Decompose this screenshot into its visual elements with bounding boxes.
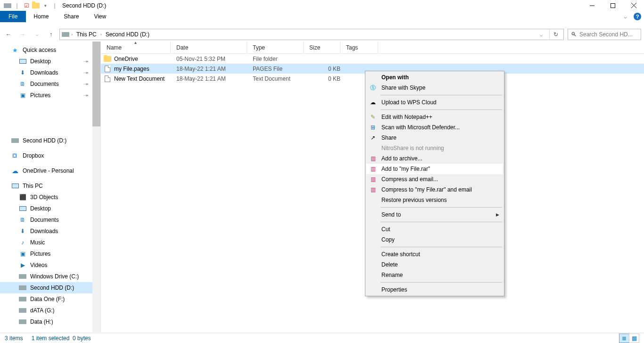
column-headers: ▲Name Date Type Size Tags — [101, 42, 644, 54]
ribbon-collapse-icon[interactable]: ⌵ — [619, 11, 631, 22]
tab-home[interactable]: Home — [26, 11, 56, 22]
shield-icon: ⊞ — [369, 124, 377, 131]
nav-drive-c[interactable]: Windows Drive (C:) — [0, 271, 92, 282]
qat-properties-icon[interactable]: ☑ — [23, 2, 30, 9]
nav-downloads2[interactable]: ⬇Downloads — [0, 226, 92, 237]
menu-share[interactable]: ↗Share — [366, 133, 503, 143]
file-icon — [104, 75, 111, 83]
status-items: 3 items — [5, 335, 23, 342]
col-type[interactable]: Type — [247, 42, 304, 53]
view-details-button[interactable]: ≣ — [619, 334, 629, 343]
nav-drive-h[interactable]: Data (H:) — [0, 316, 92, 327]
menu-compress-to-email[interactable]: ▥Compress to "my File.rar" and email — [366, 184, 503, 195]
up-button[interactable]: ↑ — [46, 30, 56, 39]
pin-icon: 📌︎ — [82, 69, 90, 76]
pictures-icon: ▣ — [19, 250, 26, 258]
documents-icon: 🗎 — [19, 80, 26, 88]
menu-send-to[interactable]: Send to▶ — [366, 209, 503, 220]
nav-music[interactable]: ♪Music — [0, 237, 92, 248]
close-button[interactable] — [623, 0, 644, 11]
menu-compress-email[interactable]: ▥Compress and email... — [366, 174, 503, 184]
breadcrumb[interactable]: Second HDD (D:) — [104, 31, 151, 38]
nav-documents[interactable]: 🗎Documents📌︎ — [0, 78, 92, 90]
menu-add-to-rar[interactable]: ▥Add to "my File.rar" — [366, 164, 503, 174]
nav-3dobjects[interactable]: ⬛3D Objects — [0, 192, 92, 203]
menu-defender[interactable]: ⊞Scan with Microsoft Defender... — [366, 122, 503, 133]
nav-downloads[interactable]: ⬇Downloads📌︎ — [0, 67, 92, 78]
col-tags[interactable]: Tags — [340, 42, 378, 53]
menu-share-skype[interactable]: ⓈShare with Skype — [366, 83, 503, 93]
menu-upload-wps[interactable]: ☁Upload to WPS Cloud — [366, 97, 503, 108]
menu-add-archive[interactable]: ▥Add to archive... — [366, 153, 503, 164]
drive-icon — [19, 284, 26, 292]
minimize-button[interactable] — [582, 0, 603, 11]
back-button[interactable]: ← — [4, 30, 13, 39]
nav-dropbox[interactable]: ⛋Dropbox — [0, 150, 92, 161]
drive-icon — [19, 273, 26, 280]
menu-open-with[interactable]: Open with — [366, 72, 503, 83]
file-list[interactable]: OneDrive 05-Nov-21 5:32 PM File folder m… — [101, 54, 644, 332]
tab-share[interactable]: Share — [56, 11, 86, 22]
menu-cut[interactable]: Cut — [366, 224, 503, 234]
address-bar[interactable]: › This PC › Second HDD (D:) ⌵ ↻ — [59, 29, 564, 40]
nav-quick-access[interactable]: ★Quick access — [0, 44, 92, 56]
nav-second-hdd-top[interactable]: Second HDD (D:) — [0, 135, 92, 146]
menu-create-shortcut[interactable]: Create shortcut — [366, 249, 503, 259]
nav-desktop[interactable]: Desktop📌︎ — [0, 56, 92, 67]
forward-button[interactable]: → — [18, 30, 27, 39]
file-pane: ▲Name Date Type Size Tags OneDrive 05-No… — [100, 42, 644, 332]
pictures-icon: ▣ — [19, 92, 26, 99]
qat-sep2: | — [51, 2, 58, 9]
maximize-button[interactable] — [603, 0, 623, 11]
nav-pictures[interactable]: ▣Pictures📌︎ — [0, 90, 92, 101]
nav-documents2[interactable]: 🗎Documents — [0, 214, 92, 226]
downloads-icon: ⬇ — [19, 227, 26, 235]
nav-onedrive[interactable]: ☁OneDrive - Personal — [0, 165, 92, 176]
menu-delete[interactable]: Delete — [366, 259, 503, 270]
address-dropdown-icon[interactable]: ⌵ — [535, 29, 547, 40]
menu-nitroshare: NitroShare is not running — [366, 143, 503, 153]
menu-notepad[interactable]: ✎Edit with Notepad++ — [366, 112, 503, 122]
menu-rename[interactable]: Rename — [366, 270, 503, 280]
drive-icon — [62, 31, 69, 38]
nav-drive-f[interactable]: Data One (F:) — [0, 293, 92, 305]
nav-drive-g[interactable]: dATA (G:) — [0, 305, 92, 316]
monitor-icon — [11, 182, 19, 190]
winrar-icon: ▥ — [369, 176, 377, 183]
search-icon: 🔍︎ — [571, 31, 577, 38]
breadcrumb[interactable]: This PC — [74, 31, 99, 38]
share-icon: ↗ — [369, 134, 377, 142]
qat-sep: | — [13, 2, 21, 9]
scrollbar-thumb[interactable] — [92, 42, 100, 126]
nav-scrollbar[interactable] — [92, 42, 100, 332]
view-large-button[interactable]: ▦ — [629, 334, 639, 343]
table-row[interactable]: OneDrive 05-Nov-21 5:32 PM File folder — [101, 54, 644, 64]
menu-properties[interactable]: Properties — [366, 284, 503, 295]
qat-dropdown-icon[interactable]: ▾ — [41, 2, 49, 9]
context-menu: Open with ⓈShare with Skype ☁Upload to W… — [365, 71, 504, 296]
title-bar: | ☑ ▾ | Second HDD (D:) — [0, 0, 644, 11]
recent-locations-icon[interactable]: ⌵ — [32, 30, 41, 39]
refresh-button[interactable]: ↻ — [549, 29, 561, 40]
qat-newfolder-icon[interactable] — [32, 2, 40, 9]
menu-copy[interactable]: Copy — [366, 234, 503, 245]
help-button[interactable]: ? — [631, 11, 644, 22]
menu-restore[interactable]: Restore previous versions — [366, 195, 503, 205]
search-input[interactable]: 🔍︎ Search Second HD... — [568, 29, 641, 40]
col-size[interactable]: Size — [304, 42, 340, 53]
desktop-icon — [19, 58, 26, 65]
chevron-right-icon[interactable]: › — [100, 32, 102, 37]
nav-this-pc[interactable]: This PC — [0, 180, 92, 192]
nav-desktop2[interactable]: Desktop — [0, 203, 92, 214]
file-icon — [104, 65, 111, 73]
col-date[interactable]: Date — [171, 42, 247, 53]
nav-drive-d[interactable]: Second HDD (D:) — [0, 282, 92, 293]
tab-view[interactable]: View — [86, 11, 114, 22]
nav-pictures2[interactable]: ▣Pictures — [0, 248, 92, 259]
chevron-right-icon[interactable]: › — [71, 32, 73, 37]
col-name[interactable]: ▲Name — [101, 42, 171, 53]
nav-videos[interactable]: ▶Videos — [0, 259, 92, 271]
videos-icon: ▶ — [19, 261, 26, 269]
chevron-right-icon: ▶ — [496, 212, 499, 217]
tab-file[interactable]: File — [0, 11, 26, 22]
